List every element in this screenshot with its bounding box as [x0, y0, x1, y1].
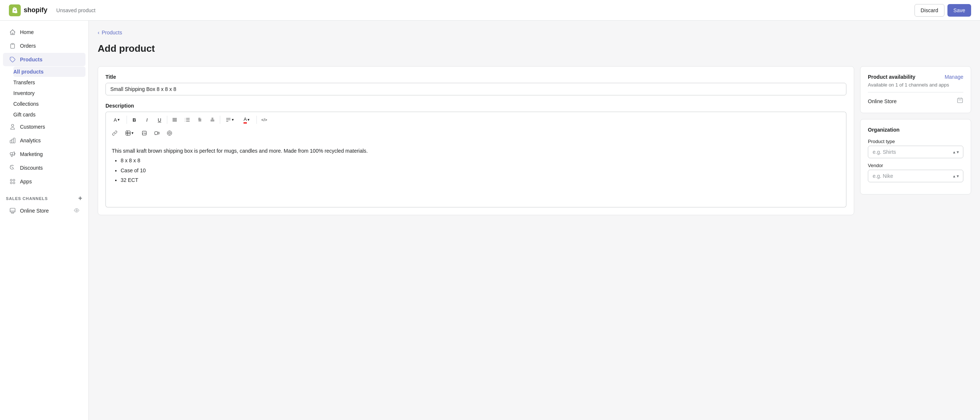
availability-title: Product availability — [868, 74, 915, 80]
image-button[interactable] — [138, 128, 150, 139]
link-button[interactable] — [109, 128, 121, 139]
outdent-button[interactable] — [207, 114, 218, 125]
ordered-list-button[interactable] — [181, 114, 193, 125]
sidebar: Home Orders Products All products Transf… — [0, 21, 89, 420]
font-style-button[interactable]: A ▼ — [109, 114, 125, 125]
organization-title: Organization — [868, 127, 963, 133]
home-icon — [9, 29, 16, 36]
sidebar-item-label: Apps — [20, 179, 32, 184]
sidebar-item-label: Products — [20, 57, 43, 62]
app-layout: Home Orders Products All products Transf… — [0, 21, 980, 420]
sidebar-item-all-products[interactable]: All products — [13, 67, 86, 77]
sidebar-item-customers[interactable]: Customers — [3, 120, 86, 133]
availability-header: Product availability Manage — [868, 74, 963, 80]
topbar: shopify Unsaved product Discard Save — [0, 0, 980, 21]
content-row: Title Description A ▼ — [98, 66, 971, 215]
sidebar-item-analytics[interactable]: Analytics — [3, 134, 86, 147]
text-color-button[interactable]: A ▼ — [239, 114, 255, 125]
code-button[interactable]: </> — [258, 114, 270, 125]
add-sales-channel-icon[interactable]: + — [78, 195, 83, 202]
title-field-label: Title — [105, 74, 846, 80]
toolbar-row-2: ▼ — [109, 128, 843, 139]
calendar-icon[interactable] — [957, 97, 963, 105]
back-arrow-icon: ‹ — [98, 30, 100, 35]
analytics-icon — [9, 137, 16, 144]
sidebar-item-gift-cards[interactable]: Gift cards — [13, 109, 86, 120]
product-type-field: Product type e.g. Shirts ▲▼ — [868, 139, 963, 158]
sidebar-item-products[interactable]: Products — [3, 53, 86, 66]
description-label: Description — [105, 103, 846, 109]
indent-button[interactable] — [194, 114, 206, 125]
toolbar-row-1: A ▼ B I U — [109, 114, 843, 125]
toolbar-separator — [127, 116, 127, 124]
sidebar-item-label: Discounts — [20, 165, 43, 171]
toolbar-separator-4 — [256, 116, 257, 124]
bullet-item-1: 8 x 8 x 8 — [121, 156, 840, 165]
sidebar-item-transfers[interactable]: Transfers — [13, 77, 86, 88]
italic-button[interactable]: I — [141, 114, 153, 125]
topbar-left: shopify Unsaved product — [9, 5, 95, 16]
product-type-select[interactable]: e.g. Shirts — [868, 146, 963, 158]
products-icon — [9, 56, 16, 63]
toolbar-separator-2 — [167, 116, 167, 124]
align-dropdown-arrow: ▼ — [231, 118, 235, 122]
online-store-visibility-icon[interactable] — [74, 208, 80, 214]
toolbar-separator-3 — [220, 116, 220, 124]
sidebar-item-home[interactable]: Home — [3, 25, 86, 39]
svg-point-1 — [169, 132, 170, 134]
bold-button[interactable]: B — [129, 114, 140, 125]
bullet-item-2: Case of 10 — [121, 166, 840, 174]
color-dropdown-arrow: ▼ — [247, 118, 250, 122]
logo-text: shopify — [24, 6, 48, 14]
discard-button[interactable]: Discard — [915, 4, 945, 17]
align-button[interactable]: ▼ — [222, 114, 238, 125]
table-button[interactable]: ▼ — [121, 128, 138, 139]
sidebar-item-label: Orders — [20, 43, 36, 49]
breadcrumb[interactable]: ‹ Products — [98, 30, 971, 35]
main-content: ‹ Products Add product Title Description — [89, 21, 980, 420]
video-button[interactable] — [151, 128, 163, 139]
svg-point-0 — [167, 131, 172, 135]
description-toolbar: A ▼ B I U — [105, 112, 846, 141]
form-side-col: Product availability Manage Available on… — [860, 66, 971, 195]
form-main-col: Title Description A ▼ — [98, 66, 854, 215]
bullet-list-button[interactable] — [169, 114, 181, 125]
topbar-actions: Discard Save — [915, 4, 971, 17]
sidebar-item-label: Online Store — [20, 208, 49, 214]
breadcrumb-label: Products — [102, 30, 122, 35]
shopify-logo: shopify — [9, 5, 48, 16]
sidebar-item-collections[interactable]: Collections — [13, 99, 86, 109]
sidebar-item-online-store[interactable]: Online Store — [3, 204, 86, 217]
sidebar-item-label: Analytics — [20, 138, 41, 143]
save-button[interactable]: Save — [947, 4, 971, 17]
underline-button[interactable]: U — [154, 114, 165, 125]
product-type-select-wrap: e.g. Shirts ▲▼ — [868, 146, 963, 158]
sidebar-item-orders[interactable]: Orders — [3, 39, 86, 52]
sidebar-item-label: Home — [20, 29, 34, 35]
bullet-item-3: 32 ECT — [121, 176, 840, 184]
page-title: Add product — [98, 43, 971, 54]
availability-channel: Online Store — [868, 92, 963, 105]
product-type-label: Product type — [868, 139, 963, 144]
placeholder-button[interactable] — [164, 128, 175, 139]
vendor-label: Vendor — [868, 163, 963, 168]
customers-icon — [9, 123, 16, 130]
shopify-logo-icon — [9, 5, 21, 16]
sidebar-item-inventory[interactable]: Inventory — [13, 88, 86, 98]
vendor-select-wrap: e.g. Nike ▲▼ — [868, 170, 963, 182]
sidebar-item-apps[interactable]: Apps — [3, 175, 86, 188]
text-color-icon: A — [243, 116, 247, 124]
sidebar-item-marketing[interactable]: Marketing — [3, 147, 86, 161]
description-section: Description A ▼ B I U — [105, 103, 846, 208]
dropdown-arrow-icon: ▼ — [117, 118, 120, 122]
discounts-icon — [9, 164, 16, 171]
sidebar-item-label: Customers — [20, 124, 45, 130]
manage-link[interactable]: Manage — [945, 74, 963, 80]
vendor-select[interactable]: e.g. Nike — [868, 170, 963, 182]
marketing-icon — [9, 151, 16, 158]
description-bullets: 8 x 8 x 8 Case of 10 32 ECT — [112, 156, 840, 184]
page-status-title: Unsaved product — [56, 7, 95, 13]
sidebar-item-discounts[interactable]: Discounts — [3, 161, 86, 174]
title-input[interactable] — [105, 83, 846, 95]
description-editor[interactable]: This small kraft brown shipping box is p… — [105, 141, 846, 208]
